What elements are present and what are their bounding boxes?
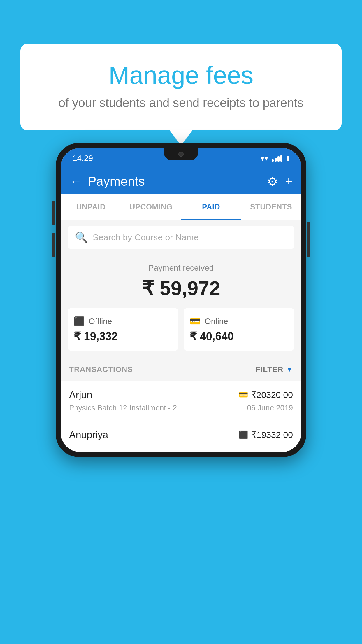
filter-button[interactable]: FILTER ▼ [256,365,293,374]
student-name: Arjun [69,389,92,400]
payment-type-icon: ⬛ [239,430,248,439]
transaction-row[interactable]: Arjun 💳 ₹20320.00 Physics Batch 12 Insta… [61,381,301,421]
volume-up-button[interactable] [52,201,55,225]
offline-card-header: ⬛ Offline [74,316,172,326]
transactions-label: TRANSACTIONS [69,365,133,374]
search-icon: 🔍 [75,231,88,244]
offline-icon: ⬛ [74,316,85,326]
amount-value: ₹20320.00 [251,390,293,400]
payment-received-label: Payment received [68,263,294,273]
notch [164,148,198,160]
transaction-amount: 💳 ₹20320.00 [239,390,293,400]
online-label: Online [205,317,228,326]
add-icon[interactable]: + [285,174,292,188]
status-time: 14:29 [73,154,93,163]
tab-upcoming[interactable]: UPCOMING [121,194,181,220]
camera [178,152,184,157]
speech-bubble: Manage fees of your students and send re… [20,44,342,130]
phone-screen: 14:29 ▾▾ ▮ ← Paym [61,148,301,452]
status-bar: 14:29 ▾▾ ▮ [61,148,301,169]
settings-icon[interactable]: ⚙ [267,174,278,189]
online-icon: 💳 [190,316,201,326]
transaction-row[interactable]: Anupriya ⬛ ₹19332.00 [61,421,301,452]
volume-down-button[interactable] [52,233,55,257]
status-icons: ▾▾ ▮ [261,154,289,163]
total-payment-amount: ₹ 59,972 [68,277,294,300]
tab-unpaid[interactable]: UNPAID [61,194,121,220]
student-name: Anupriya [69,429,108,440]
tab-paid[interactable]: PAID [181,194,241,220]
course-info: Physics Batch 12 Installment - 2 [69,403,177,412]
transaction-amount: ⬛ ₹19332.00 [239,430,293,440]
tabs-bar: UNPAID UPCOMING PAID STUDENTS [61,194,301,220]
manage-fees-subtitle: of your students and send receipts to pa… [44,96,318,110]
header-actions: ⚙ + [267,174,292,189]
transaction-top: Anupriya ⬛ ₹19332.00 [69,429,293,440]
transaction-bottom: Physics Batch 12 Installment - 2 06 June… [69,403,293,412]
filter-icon: ▼ [286,366,293,373]
amount-value: ₹19332.00 [251,430,293,440]
offline-payment-card: ⬛ Offline ₹ 19,332 [68,308,178,351]
phone-frame: 14:29 ▾▾ ▮ ← Paym [56,143,306,457]
transaction-top: Arjun 💳 ₹20320.00 [69,389,293,400]
online-amount: ₹ 40,640 [190,330,288,343]
online-payment-card: 💳 Online ₹ 40,640 [184,308,294,351]
online-card-header: 💳 Online [190,316,288,326]
signal-icon [272,155,282,162]
search-bar[interactable]: 🔍 Search by Course or Name [68,226,294,249]
search-input[interactable]: Search by Course or Name [93,232,199,242]
offline-label: Offline [89,317,112,326]
power-button[interactable] [307,222,310,257]
battery-icon: ▮ [286,155,289,162]
phone-body: 14:29 ▾▾ ▮ ← Paym [56,143,306,457]
tab-students[interactable]: STUDENTS [241,194,301,220]
wifi-icon: ▾▾ [261,154,268,163]
transaction-date: 06 June 2019 [247,403,293,412]
back-button[interactable]: ← [70,174,82,188]
speech-bubble-container: Manage fees of your students and send re… [20,44,342,130]
page-title: Payments [88,174,261,189]
offline-amount: ₹ 19,332 [74,330,172,343]
manage-fees-title: Manage fees [44,61,318,89]
transactions-header: TRANSACTIONS FILTER ▼ [61,358,301,381]
payment-cards: ⬛ Offline ₹ 19,332 💳 Online ₹ 40,640 [68,308,294,351]
search-container: 🔍 Search by Course or Name [61,220,301,255]
filter-label: FILTER [256,365,283,374]
payment-type-icon: 💳 [239,390,248,399]
payment-summary: Payment received ₹ 59,972 ⬛ Offline ₹ 19… [61,255,301,358]
app-header: ← Payments ⚙ + [61,169,301,194]
